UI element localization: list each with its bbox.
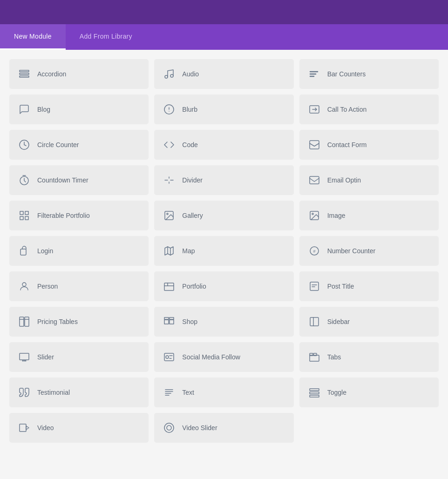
module-item-social-media-follow[interactable]: Social Media Follow [154,342,293,372]
svg-rect-58 [310,355,319,361]
post-title-icon [308,281,321,292]
svg-rect-44 [164,320,169,324]
tab-new-module[interactable]: New Module [0,24,66,50]
svg-rect-59 [310,353,313,356]
module-item-tabs[interactable]: Tabs [299,342,439,372]
svg-point-51 [22,360,24,362]
svg-rect-21 [20,216,23,220]
svg-point-53 [25,360,27,362]
svg-rect-13 [310,141,319,149]
module-item-filterable-portfolio[interactable]: Filterable Portfolio [9,201,149,230]
module-item-toggle[interactable]: Toggle [299,378,439,407]
svg-rect-27 [20,249,26,255]
person-icon [18,281,31,292]
svg-text:#: # [313,249,315,254]
video-icon [18,422,31,433]
module-label-map: Map [182,247,195,255]
module-item-call-to-action[interactable]: Call To Action [299,94,439,124]
module-item-contact-form[interactable]: Contact Form [299,130,439,160]
module-item-map[interactable]: Map [154,236,293,266]
svg-rect-19 [20,211,23,215]
toggle-icon [308,387,321,398]
testimonial-icon [18,387,31,398]
module-label-number-counter: Number Counter [327,247,376,255]
module-label-shop: Shop [182,318,197,325]
module-item-accordion[interactable]: Accordion [9,59,149,89]
svg-point-33 [22,283,26,286]
countdown-timer-icon [18,175,31,186]
module-item-blog[interactable]: Blog [9,94,149,124]
svg-point-52 [24,360,25,362]
module-item-gallery[interactable]: Gallery [154,201,293,230]
module-label-image: Image [327,212,346,219]
svg-rect-46 [164,317,169,319]
module-item-circle-counter[interactable]: Circle Counter [9,130,149,160]
module-item-video-slider[interactable]: Video Slider [154,413,293,443]
svg-rect-37 [310,282,319,290]
svg-marker-69 [26,426,29,430]
social-media-follow-icon [163,351,176,363]
svg-rect-2 [20,76,29,77]
module-item-person[interactable]: Person [9,271,149,301]
module-label-post-title: Post Title [327,283,354,290]
svg-point-70 [164,423,174,432]
module-item-pricing-tables[interactable]: Pricing Tables [9,307,149,337]
module-item-testimonial[interactable]: Testimonial [9,378,149,407]
module-label-countdown-timer: Countdown Timer [37,176,88,184]
module-label-login: Login [37,247,53,255]
module-label-slider: Slider [37,353,54,361]
svg-point-4 [170,74,173,77]
module-item-email-optin[interactable]: Email Optin [299,165,439,195]
module-label-tabs: Tabs [327,353,341,361]
module-label-contact-form: Contact Form [327,141,367,148]
module-label-portfolio: Portfolio [182,283,206,290]
module-item-divider[interactable]: Divider [154,165,293,195]
module-item-video[interactable]: Video [9,413,149,443]
email-optin-icon [308,175,321,186]
circle-counter-icon [18,139,31,150]
shop-icon [163,316,176,327]
svg-rect-67 [310,395,319,397]
svg-rect-47 [170,317,174,319]
module-label-gallery: Gallery [182,212,203,219]
module-item-image[interactable]: Image [299,201,439,230]
module-item-bar-counters[interactable]: Bar Counters [299,59,439,89]
insert-module-modal: New Module Add From Library AccordionAud… [0,0,448,479]
module-label-social-media-follow: Social Media Follow [182,353,240,361]
module-item-slider[interactable]: Slider [9,342,149,372]
module-label-toggle: Toggle [327,389,346,396]
svg-marker-28 [165,247,173,255]
module-label-blog: Blog [37,106,50,113]
module-label-text: Text [182,389,194,396]
tab-add-from-library[interactable]: Add From Library [66,24,146,50]
svg-point-26 [312,213,313,215]
slider-icon [18,351,31,363]
module-item-sidebar[interactable]: Sidebar [299,307,439,337]
module-item-audio[interactable]: Audio [154,59,293,89]
modules-content: AccordionAudioBar CountersBlogBlurbCall … [0,50,448,479]
module-item-blurb[interactable]: Blurb [154,94,293,124]
filterable-portfolio-icon [18,210,31,221]
svg-rect-66 [310,392,319,394]
module-label-bar-counters: Bar Counters [327,70,366,78]
module-label-video: Video [37,424,54,432]
svg-rect-41 [25,317,29,326]
module-item-code[interactable]: Code [154,130,293,160]
module-label-divider: Divider [182,176,203,184]
module-item-post-title[interactable]: Post Title [299,271,439,301]
module-item-countdown-timer[interactable]: Countdown Timer [9,165,149,195]
module-label-filterable-portfolio: Filterable Portfolio [37,212,90,219]
module-item-shop[interactable]: Shop [154,307,293,337]
video-slider-icon [163,422,176,433]
modal-header [0,0,448,24]
module-item-text[interactable]: Text [154,378,293,407]
module-item-login[interactable]: Login [9,236,149,266]
svg-rect-40 [20,317,24,326]
tabs-icon [308,351,321,363]
svg-point-3 [165,75,168,78]
modules-grid: AccordionAudioBar CountersBlogBlurbCall … [9,59,439,443]
module-item-number-counter[interactable]: #Number Counter [299,236,439,266]
close-button[interactable] [431,10,439,14]
module-item-portfolio[interactable]: Portfolio [154,271,293,301]
map-icon [163,245,176,256]
